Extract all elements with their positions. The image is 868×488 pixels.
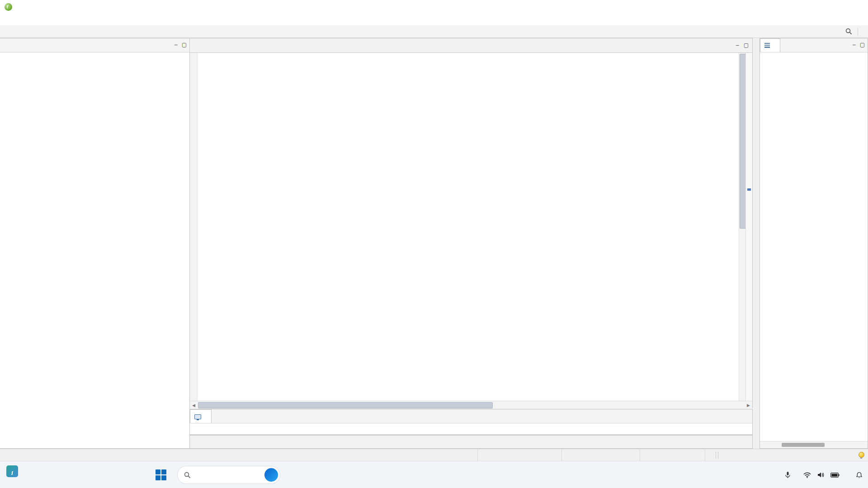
start-button[interactable] [156, 469, 166, 480]
editor-horizontal-scrollbar[interactable]: ◀ ▶ [190, 401, 752, 409]
editor-tab-bar: – ▢ [190, 38, 752, 53]
package-explorer-panel: – ▢ [0, 38, 190, 449]
taskbar [0, 461, 868, 488]
search-icon [184, 472, 191, 479]
tab-overflow-indicator[interactable] [190, 38, 195, 52]
scroll-left-icon[interactable]: ◀ [190, 403, 198, 408]
overview-ruler [745, 53, 752, 401]
editor-minmax: – ▢ [736, 42, 749, 48]
editor-area: – ▢ ◀ ▶ [190, 38, 753, 408]
status-grip [716, 452, 718, 459]
lightbulb-icon[interactable] [859, 452, 864, 458]
system-tray [776, 461, 868, 488]
panel-minmax: – ▢ [175, 42, 187, 48]
bing-icon[interactable] [264, 468, 278, 482]
microphone-icon[interactable] [785, 471, 791, 479]
package-explorer-toolbar [0, 52, 189, 63]
maximize-icon[interactable]: ▢ [182, 42, 187, 48]
outline-horizontal-scrollbar[interactable] [760, 441, 868, 448]
main-toolbar [0, 25, 868, 38]
wifi-icon[interactable] [803, 472, 811, 478]
code-editor[interactable] [190, 53, 752, 401]
package-explorer-header: – ▢ [0, 38, 189, 52]
divider [858, 28, 858, 36]
title-bar [0, 0, 868, 14]
outline-toolbar [760, 52, 868, 63]
overview-marker [747, 188, 751, 191]
outline-icon [764, 43, 770, 48]
minimize-icon[interactable]: – [175, 42, 178, 48]
status-bar [0, 449, 868, 461]
widgets-button[interactable] [6, 465, 22, 477]
menu-bar [0, 14, 868, 25]
console-empty-area [190, 435, 752, 448]
status-writable [477, 449, 561, 461]
scrollbar-thumb[interactable] [782, 443, 825, 447]
console-header [190, 409, 752, 423]
editor-vertical-scrollbar[interactable] [739, 53, 746, 401]
notification-bell-icon[interactable] [856, 472, 863, 479]
minimize-icon[interactable]: – [736, 42, 739, 48]
console-message [190, 423, 752, 435]
stock-widget-icon [6, 465, 18, 477]
console-panel [190, 409, 753, 449]
search-icon[interactable] [845, 28, 852, 35]
speaker-icon[interactable] [817, 472, 824, 478]
annotation-ruler [190, 53, 198, 401]
outline-panel: – ▢ [760, 38, 868, 449]
maximize-icon[interactable]: ▢ [860, 42, 865, 48]
taskbar-search[interactable] [177, 466, 280, 484]
sts-logo-icon [5, 3, 12, 11]
battery-icon[interactable] [830, 473, 840, 478]
minimize-icon[interactable]: – [853, 42, 856, 48]
panel-minmax: – ▢ [853, 42, 865, 48]
tab-outline[interactable] [760, 38, 780, 52]
status-cursor-position [640, 449, 705, 461]
scrollbar-thumb[interactable] [198, 402, 493, 408]
status-insert-mode [561, 449, 640, 461]
console-icon [194, 414, 201, 419]
scrollbar-thumb[interactable] [740, 54, 746, 229]
scroll-right-icon[interactable]: ▶ [745, 403, 752, 408]
maximize-icon[interactable]: ▢ [744, 42, 749, 48]
toolbar-right-icons [845, 28, 868, 36]
outline-header: – ▢ [760, 38, 868, 52]
tab-console[interactable] [190, 409, 212, 423]
